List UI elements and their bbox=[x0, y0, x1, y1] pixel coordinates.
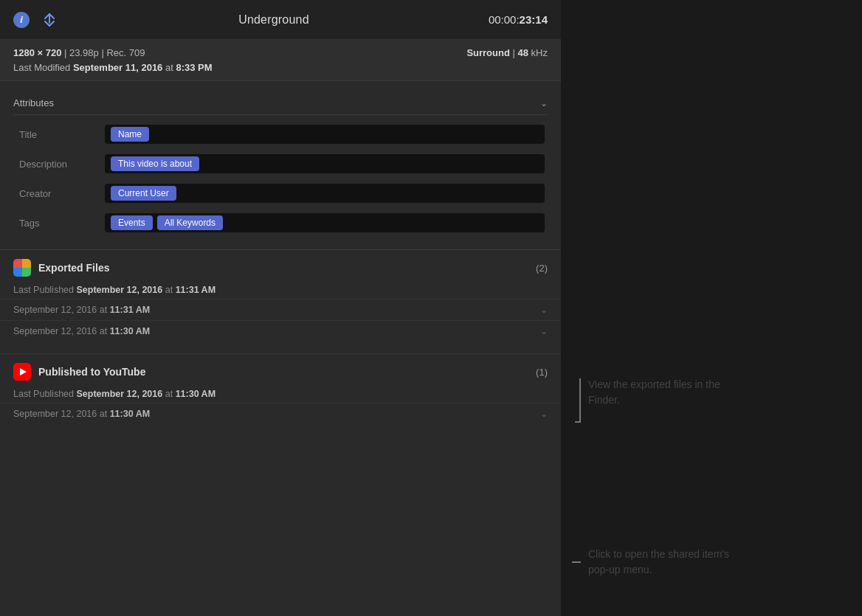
title-value-cell: Name bbox=[102, 120, 548, 149]
title-label: Title bbox=[13, 120, 102, 149]
modified-label: Last Modified bbox=[13, 62, 73, 73]
youtube-entry-date-1: September 12, 2016 at 11:30 AM bbox=[13, 409, 150, 419]
table-row: Title Name bbox=[13, 120, 548, 149]
youtube-last-published: Last Published September 12, 2016 at 11:… bbox=[0, 387, 561, 403]
bracket-2 bbox=[572, 561, 581, 563]
table-row: Creator Current User bbox=[13, 179, 548, 208]
icon-quadrant-red bbox=[13, 259, 22, 268]
left-panel: i Underground 00:00:23:14 1280 × 720 | 2… bbox=[0, 0, 561, 616]
youtube-entry-chevron-icon[interactable]: ⌄ bbox=[540, 409, 548, 419]
bracket-1 bbox=[572, 378, 581, 423]
resolution-bold: 1280 × 720 bbox=[13, 47, 61, 58]
surround-bold: Surround bbox=[466, 47, 510, 58]
annotation-2: Click to open the shared item's pop-up m… bbox=[572, 547, 751, 578]
attributes-section: Attributes ⌄ Title Name Description This… bbox=[0, 91, 561, 238]
annotation-1-text: View the exported files in the Finder. bbox=[588, 373, 751, 408]
list-item[interactable]: September 12, 2016 at 11:30 AM ⌄ bbox=[0, 403, 561, 424]
list-item[interactable]: September 12, 2016 at 11:31 AM ⌄ bbox=[0, 299, 561, 320]
icon-quadrant-blue bbox=[13, 268, 22, 277]
exported-files-title: Exported Files bbox=[38, 262, 109, 274]
list-item[interactable]: September 12, 2016 at 11:30 AM ⌄ bbox=[0, 320, 561, 342]
attributes-chevron-icon: ⌄ bbox=[540, 98, 548, 108]
tags-input[interactable]: Events All Keywords bbox=[105, 213, 545, 232]
youtube-title: Published to YouTube bbox=[38, 366, 145, 378]
creator-input[interactable]: Current User bbox=[105, 184, 545, 203]
annotation-2-text: Click to open the shared item's pop-up m… bbox=[588, 547, 751, 578]
tags-label: Tags bbox=[13, 208, 102, 238]
attributes-header[interactable]: Attributes ⌄ bbox=[13, 91, 548, 115]
entry-date-2: September 12, 2016 at 11:30 AM bbox=[13, 326, 150, 336]
entry-chevron-icon-1[interactable]: ⌄ bbox=[540, 305, 548, 315]
exported-files-section: Exported Files (2) Last Published Septem… bbox=[0, 249, 561, 342]
description-label: Description bbox=[13, 149, 102, 179]
audio-specs: Surround | 48 kHz bbox=[466, 47, 548, 58]
description-token[interactable]: This video is about bbox=[111, 156, 199, 171]
table-row: Tags Events All Keywords bbox=[13, 208, 548, 238]
time-bold: 23:14 bbox=[520, 13, 548, 26]
exported-files-last-published: Last Published September 12, 2016 at 11:… bbox=[0, 283, 561, 299]
tech-bar: 1280 × 720 | 23.98p | Rec. 709 Surround … bbox=[0, 40, 561, 81]
tags-value-cell: Events All Keywords bbox=[102, 208, 548, 238]
page-title: Underground bbox=[238, 13, 309, 27]
audio-separator: | bbox=[513, 47, 518, 58]
title-input[interactable]: Name bbox=[105, 125, 545, 144]
video-specs: 1280 × 720 | 23.98p | Rec. 709 bbox=[13, 47, 145, 58]
attributes-table: Title Name Description This video is abo… bbox=[13, 120, 548, 238]
share-icon[interactable] bbox=[40, 12, 59, 28]
exported-files-icon bbox=[13, 259, 31, 277]
timecode: 00:00:23:14 bbox=[489, 13, 548, 26]
modified-text: Last Modified September 11, 2016 at 8:33… bbox=[13, 62, 213, 73]
table-row: Description This video is about bbox=[13, 149, 548, 179]
entry-chevron-icon-2[interactable]: ⌄ bbox=[540, 326, 548, 336]
resolution-rest: | 23.98p | Rec. 709 bbox=[64, 47, 145, 58]
info-icon[interactable]: i bbox=[13, 12, 30, 28]
header-icons: i bbox=[13, 12, 59, 28]
creator-label: Creator bbox=[13, 179, 102, 208]
exported-files-left: Exported Files bbox=[13, 259, 109, 277]
time-prefix: 00:00: bbox=[489, 13, 520, 26]
khz-rest: kHz bbox=[531, 47, 548, 58]
modified-row: Last Modified September 11, 2016 at 8:33… bbox=[13, 62, 548, 73]
creator-value-cell: Current User bbox=[102, 179, 548, 208]
icon-quadrant-orange bbox=[22, 259, 31, 268]
youtube-count: (1) bbox=[536, 367, 548, 378]
khz-bold: 48 bbox=[518, 47, 528, 58]
attributes-label: Attributes bbox=[13, 97, 54, 108]
description-input[interactable]: This video is about bbox=[105, 154, 545, 173]
youtube-left: Published to YouTube bbox=[13, 363, 145, 381]
annotations-panel: View the exported files in the Finder. C… bbox=[561, 0, 862, 616]
icon-quadrant-green bbox=[22, 268, 31, 277]
events-token[interactable]: Events bbox=[111, 215, 153, 230]
entry-date-1: September 12, 2016 at 11:31 AM bbox=[13, 305, 150, 315]
all-keywords-token[interactable]: All Keywords bbox=[157, 215, 223, 230]
exported-files-header: Exported Files (2) bbox=[0, 250, 561, 283]
youtube-header: Published to YouTube (1) bbox=[0, 354, 561, 387]
modified-date: September 11, 2016 bbox=[73, 62, 162, 73]
youtube-icon bbox=[13, 363, 31, 381]
current-user-token[interactable]: Current User bbox=[111, 186, 176, 201]
published-youtube-section: Published to YouTube (1) Last Published … bbox=[0, 353, 561, 424]
modified-time: 8:33 PM bbox=[176, 62, 212, 73]
header: i Underground 00:00:23:14 bbox=[0, 0, 561, 40]
description-value-cell: This video is about bbox=[102, 149, 548, 179]
name-token[interactable]: Name bbox=[111, 127, 149, 142]
annotation-1: View the exported files in the Finder. bbox=[572, 373, 751, 423]
modified-at: at bbox=[165, 62, 176, 73]
video-specs-row: 1280 × 720 | 23.98p | Rec. 709 Surround … bbox=[13, 47, 548, 58]
exported-files-count: (2) bbox=[536, 263, 548, 274]
